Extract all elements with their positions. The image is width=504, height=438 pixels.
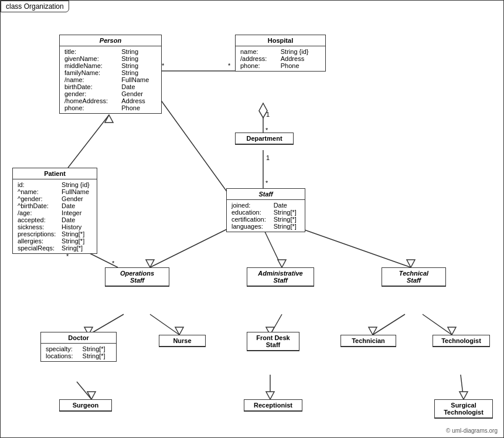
svg-line-37 bbox=[461, 375, 464, 399]
staff-title: Staff bbox=[227, 189, 305, 200]
svg-marker-32 bbox=[448, 327, 456, 335]
svg-line-25 bbox=[150, 314, 179, 335]
svg-marker-34 bbox=[87, 392, 96, 399]
person-body: title:String givenName:String middleName… bbox=[60, 46, 161, 113]
nurse-title: Nurse bbox=[159, 335, 205, 347]
staff-body: joined:Date education:String[*] certific… bbox=[227, 200, 305, 232]
svg-line-17 bbox=[150, 228, 229, 267]
technician-title: Technician bbox=[341, 335, 396, 347]
svg-text:*: * bbox=[162, 62, 165, 69]
svg-marker-30 bbox=[369, 327, 377, 335]
front-desk-staff-class: Front DeskStaff bbox=[247, 332, 299, 351]
patient-body: id:String {id} ^name:FullName ^gender:Ge… bbox=[13, 179, 97, 253]
svg-marker-4 bbox=[259, 103, 267, 118]
technologist-class: Technologist bbox=[433, 335, 490, 347]
svg-marker-38 bbox=[459, 392, 468, 399]
hospital-title: Hospital bbox=[236, 35, 325, 46]
svg-text:1: 1 bbox=[266, 111, 270, 118]
svg-line-21 bbox=[299, 228, 411, 267]
svg-marker-22 bbox=[407, 260, 415, 267]
hospital-body: name:String {id} /address:Address phone:… bbox=[236, 46, 325, 71]
svg-line-12 bbox=[159, 97, 235, 203]
doctor-class: Doctor specialty:String[*] locations:Str… bbox=[40, 332, 117, 362]
svg-marker-11 bbox=[105, 115, 113, 123]
svg-line-10 bbox=[68, 115, 109, 168]
svg-text:*: * bbox=[112, 260, 115, 267]
surgical-technologist-class: SurgicalTechnologist bbox=[434, 399, 493, 419]
nurse-class: Nurse bbox=[159, 335, 206, 347]
department-title: Department bbox=[236, 133, 293, 144]
svg-line-19 bbox=[263, 228, 282, 267]
doctor-title: Doctor bbox=[41, 332, 116, 344]
technical-staff-title: TechnicalStaff bbox=[382, 268, 445, 286]
hospital-class: Hospital name:String {id} /address:Addre… bbox=[235, 35, 326, 72]
svg-marker-18 bbox=[146, 260, 154, 267]
person-title: Person bbox=[60, 35, 161, 46]
svg-marker-36 bbox=[266, 392, 274, 399]
surgeon-title: Surgeon bbox=[60, 400, 111, 411]
patient-title: Patient bbox=[13, 168, 97, 179]
administrative-staff-class: AdministrativeStaff bbox=[247, 267, 314, 287]
svg-text:*: * bbox=[265, 179, 268, 186]
svg-line-31 bbox=[423, 314, 452, 335]
svg-marker-26 bbox=[175, 327, 183, 335]
diagram-container: class Organization * * 1 * 1 * * * bbox=[0, 0, 504, 438]
front-desk-staff-title: Front DeskStaff bbox=[247, 332, 299, 351]
technologist-title: Technologist bbox=[433, 335, 489, 347]
svg-line-29 bbox=[373, 314, 405, 335]
surgeon-class: Surgeon bbox=[59, 399, 112, 412]
copyright: © uml-diagrams.org bbox=[446, 427, 498, 434]
technical-staff-class: TechnicalStaff bbox=[382, 267, 446, 287]
patient-class: Patient id:String {id} ^name:FullName ^g… bbox=[12, 168, 97, 254]
svg-text:*: * bbox=[228, 62, 231, 69]
surgical-technologist-title: SurgicalTechnologist bbox=[435, 400, 492, 418]
technician-class: Technician bbox=[340, 335, 396, 347]
svg-text:1: 1 bbox=[266, 154, 270, 161]
doctor-body: specialty:String[*] locations:String[*] bbox=[41, 344, 116, 361]
administrative-staff-title: AdministrativeStaff bbox=[247, 268, 314, 286]
svg-line-33 bbox=[77, 382, 91, 399]
receptionist-class: Receptionist bbox=[244, 399, 302, 412]
operations-staff-title: OperationsStaff bbox=[105, 268, 169, 286]
staff-class: Staff joined:Date education:String[*] ce… bbox=[226, 188, 305, 232]
receptionist-title: Receptionist bbox=[244, 400, 302, 411]
operations-staff-class: OperationsStaff bbox=[105, 267, 169, 287]
svg-marker-20 bbox=[278, 260, 286, 267]
person-class: Person title:String givenName:String mid… bbox=[59, 35, 162, 114]
department-class: Department bbox=[235, 133, 294, 145]
diagram-title: class Organization bbox=[1, 1, 69, 12]
